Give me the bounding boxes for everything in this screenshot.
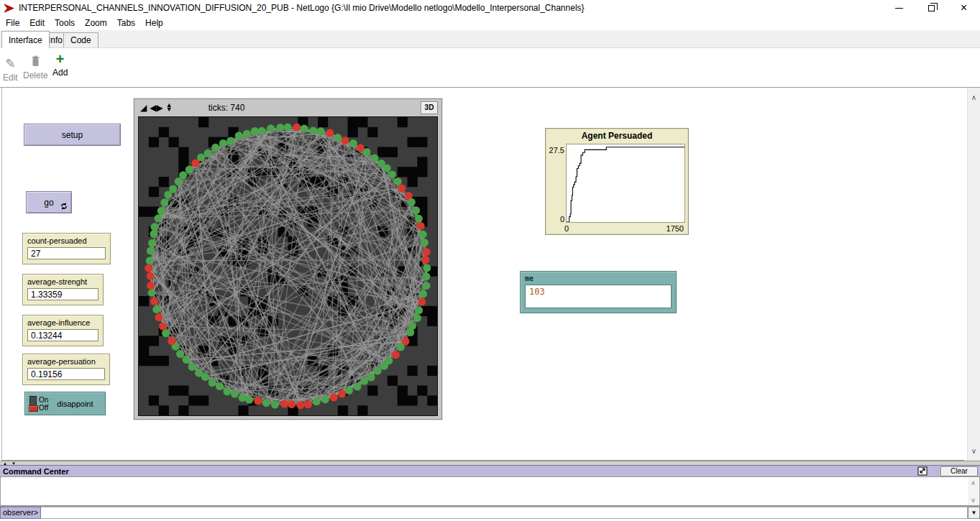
monitor-count-persuaded: count-persuaded 27 — [22, 233, 111, 264]
menu-bar: File Edit Tools Zoom Tabs Help — [0, 16, 980, 30]
restore-icon — [928, 5, 935, 11]
menu-file[interactable]: File — [1, 17, 24, 29]
command-center-input-row: observer> ▼ — [0, 506, 980, 519]
plot-title: Agent Persuaded — [546, 129, 688, 141]
output-scrollbar[interactable]: ∧ ∨ — [968, 478, 979, 505]
scroll-down-icon[interactable]: ∨ — [968, 497, 979, 504]
monitor-value: 0.19156 — [27, 368, 105, 380]
plus-icon: + — [56, 51, 65, 67]
popout-icon[interactable] — [917, 466, 928, 476]
monitor-label: average-influence — [27, 318, 99, 327]
switch-track[interactable] — [29, 396, 37, 412]
monitor-average-strenght: average-strenght 1.33359 — [22, 274, 104, 305]
setup-button-label: setup — [62, 130, 83, 140]
disappoint-switch[interactable]: On Off disappoint — [24, 392, 106, 415]
restore-button[interactable] — [915, 0, 948, 16]
resize-corner-icon[interactable]: ◢ — [140, 103, 147, 113]
menu-tools[interactable]: Tools — [50, 17, 79, 29]
scroll-down-icon[interactable]: ∨ — [968, 447, 980, 455]
netlogo-logo-icon — [4, 3, 14, 14]
horizontal-arrows-icon[interactable]: ◀▶ — [150, 103, 162, 113]
monitor-label: average-persuation — [27, 357, 105, 366]
edit-tool-label: Edit — [3, 73, 18, 83]
monitor-average-influence: average-influence 0.13244 — [22, 315, 104, 346]
menu-zoom[interactable]: Zoom — [81, 17, 111, 29]
command-input[interactable] — [41, 507, 968, 519]
close-icon: × — [961, 2, 967, 14]
plot-area — [566, 144, 685, 223]
threed-button[interactable]: 3D — [421, 101, 438, 114]
tab-interface[interactable]: Interface — [1, 31, 50, 48]
me-input-label: me — [525, 275, 672, 282]
main-vertical-scrollbar[interactable]: ∧ ∨ — [967, 88, 980, 461]
plot-ymax-label: 27.5 — [548, 146, 564, 155]
monitor-value: 1.33359 — [27, 288, 99, 300]
command-center-header: Command Center Clear — [0, 465, 980, 476]
switch-name-label: disappoint — [57, 400, 93, 408]
plot-xmin-label: 0 — [564, 224, 569, 233]
command-center-output[interactable]: ∧ ∨ — [0, 476, 980, 506]
history-dropdown-button[interactable]: ▼ — [968, 507, 980, 519]
ticks-counter: ticks: 740 — [209, 103, 245, 113]
me-input-widget: me 103 — [520, 271, 677, 313]
vertical-arrows-icon[interactable]: ▲▼ — [166, 103, 173, 113]
agent-persuaded-plot: Agent Persuaded 27.5 0 0 1750 — [545, 128, 689, 235]
pencil-icon: ✎ — [5, 57, 15, 70]
minimize-icon — [895, 8, 903, 9]
scroll-up-icon[interactable]: ∧ — [968, 93, 980, 101]
monitor-average-persuation: average-persuation 0.19156 — [22, 354, 110, 385]
monitor-value: 0.13244 — [27, 329, 99, 341]
delete-tool-label: Delete — [23, 70, 48, 80]
clear-button[interactable]: Clear — [940, 466, 978, 476]
world-view-widget: ◢ ◀▶ ▲▼ ticks: 740 3D — [134, 98, 442, 420]
menu-help[interactable]: Help — [141, 17, 168, 29]
monitor-label: average-strenght — [27, 277, 99, 286]
tab-strip: Interface Info Code — [0, 30, 980, 48]
tab-code[interactable]: Code — [63, 32, 99, 47]
me-input-field[interactable]: 103 — [525, 285, 672, 308]
minimize-button[interactable] — [883, 0, 915, 16]
add-tool-label: Add — [52, 68, 68, 78]
close-button[interactable]: × — [948, 0, 980, 16]
setup-button[interactable]: setup — [24, 124, 121, 146]
monitor-label: count-persuaded — [27, 236, 106, 245]
go-button[interactable]: go — [26, 191, 72, 213]
command-center-title: Command Center — [0, 467, 69, 476]
toolbar: ✎ Edit Delete + Add abc Button ▼ normal … — [0, 48, 980, 88]
window-title: INTERPERSONAL_CHANNELS_INNOVATION_DIFFUS… — [19, 3, 585, 13]
monitor-value: 27 — [27, 247, 106, 259]
switch-off-label: Off — [39, 404, 48, 412]
go-button-label: go — [44, 198, 53, 208]
trash-icon — [31, 55, 40, 67]
world-canvas[interactable] — [138, 116, 438, 416]
switch-on-label: On — [39, 396, 48, 404]
observer-prompt[interactable]: observer> — [0, 507, 41, 519]
menu-edit[interactable]: Edit — [25, 17, 49, 29]
delete-tool[interactable]: Delete — [23, 55, 48, 80]
forever-icon — [60, 202, 68, 211]
title-bar: INTERPERSONAL_CHANNELS_INNOVATION_DIFFUS… — [0, 0, 980, 16]
world-view-header: ◢ ◀▶ ▲▼ ticks: 740 3D — [134, 99, 441, 116]
menu-tabs[interactable]: Tabs — [113, 17, 139, 29]
plot-xmax-label: 1750 — [667, 224, 684, 233]
plot-ymin-label: 0 — [548, 215, 564, 223]
scroll-up-icon[interactable]: ∧ — [968, 479, 979, 487]
switch-handle[interactable] — [29, 405, 38, 412]
edit-tool[interactable]: ✎ Edit — [3, 56, 18, 83]
add-tool[interactable]: + Add — [52, 54, 68, 78]
netlogo-window: INTERPERSONAL_CHANNELS_INNOVATION_DIFFUS… — [0, 0, 980, 521]
